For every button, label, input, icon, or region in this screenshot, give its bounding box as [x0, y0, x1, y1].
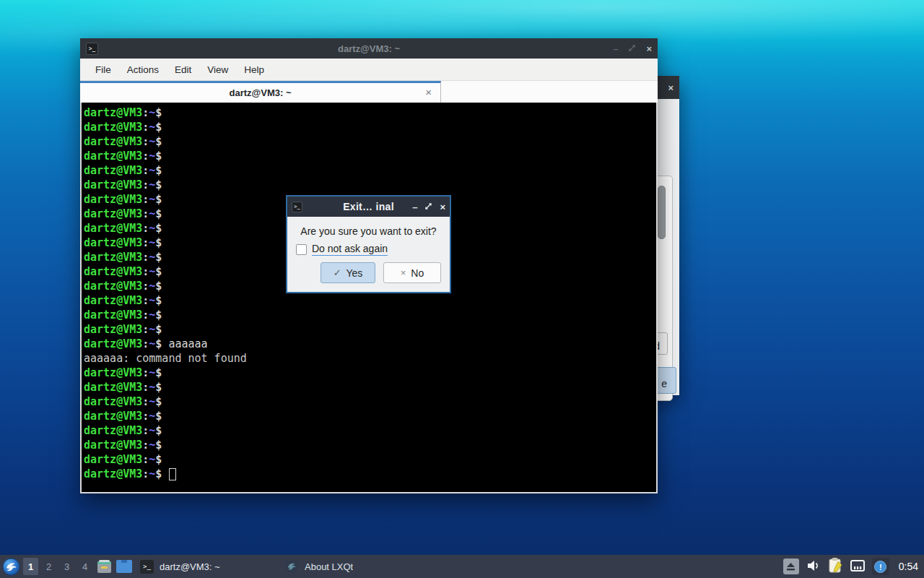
- file-manager-launcher[interactable]: [94, 555, 114, 578]
- system-tray: ! 0:54: [783, 557, 924, 576]
- terminal-prompt-line: dartz@VM3:~$: [84, 452, 656, 467]
- close-icon[interactable]: ×: [440, 202, 445, 212]
- show-desktop-launcher[interactable]: [114, 555, 134, 578]
- taskbar-task-about-lxqt[interactable]: About LXQt: [279, 555, 459, 578]
- taskbar-task-terminal[interactable]: >_ dartz@VM3: ~: [134, 555, 279, 578]
- terminal-prompt-line: dartz@VM3:~$: [84, 134, 656, 149]
- terminal-prompt-line: dartz@VM3:~$: [84, 394, 656, 409]
- terminal-prompt-line: dartz@VM3:~$: [84, 293, 656, 308]
- terminal-prompt-line: dartz@VM3:~$: [84, 105, 656, 120]
- workspace-4[interactable]: 4: [77, 558, 92, 575]
- lxqt-bird-icon: [2, 558, 20, 576]
- clipboard-tray-icon[interactable]: [828, 557, 843, 576]
- terminal-prompt-line: dartz@VM3:~$: [84, 120, 656, 134]
- terminal-prompt-line: dartz@VM3:~$ aaaaaa: [84, 337, 656, 351]
- do-not-ask-label[interactable]: Do not ask again: [312, 243, 388, 256]
- menu-file[interactable]: File: [87, 61, 119, 79]
- lxqt-menu-button[interactable]: [0, 555, 22, 578]
- task-label: About LXQt: [305, 561, 353, 572]
- terminal-prompt-line: dartz@VM3:~$: [84, 423, 656, 438]
- update-notifier-icon[interactable]: !: [872, 558, 889, 575]
- no-button[interactable]: × No: [383, 262, 441, 283]
- terminal-prompt-line: dartz@VM3:~$: [84, 163, 656, 178]
- close-icon[interactable]: ×: [646, 44, 652, 53]
- tab-close-icon[interactable]: ×: [425, 86, 432, 98]
- terminal-prompt-line: dartz@VM3:~$: [84, 366, 656, 380]
- menu-help[interactable]: Help: [236, 61, 272, 79]
- terminal-prompt-line: dartz@VM3:~$: [84, 409, 656, 423]
- terminal-app-icon: >_: [140, 560, 154, 574]
- no-button-label: No: [411, 267, 424, 279]
- menu-view[interactable]: View: [199, 61, 236, 79]
- clock[interactable]: 0:54: [899, 561, 918, 572]
- scrollbar-thumb[interactable]: [658, 186, 666, 239]
- restore-icon[interactable]: [424, 202, 432, 212]
- menu-edit[interactable]: Edit: [167, 61, 199, 79]
- terminal-window-title: dartz@VM3: ~: [80, 43, 658, 54]
- file-manager-icon: [96, 558, 113, 574]
- cross-icon: ×: [401, 267, 406, 278]
- terminal-prompt-line: dartz@VM3:~$: [84, 380, 656, 394]
- terminal-prompt-line: dartz@VM3:~$: [84, 467, 656, 481]
- menu-actions[interactable]: Actions: [119, 61, 167, 79]
- network-tray-icon[interactable]: [850, 558, 866, 575]
- exit-dialog-titlebar[interactable]: >_ Exit… inal – ×: [287, 197, 450, 217]
- workspace-2[interactable]: 2: [41, 558, 56, 575]
- do-not-ask-checkbox[interactable]: [296, 244, 307, 255]
- terminal-titlebar[interactable]: >_ dartz@VM3: ~ – ×: [80, 38, 658, 59]
- close-icon[interactable]: ×: [668, 83, 674, 92]
- check-icon: ✓: [334, 267, 341, 278]
- minimize-icon[interactable]: –: [412, 202, 417, 212]
- terminal-prompt-line: dartz@VM3:~$: [84, 149, 656, 163]
- lxqt-bird-icon: [284, 559, 299, 574]
- terminal-cursor: [169, 468, 176, 480]
- terminal-output-line: aaaaaa: command not found: [84, 351, 656, 366]
- desktop-icon: [116, 559, 133, 574]
- volume-icon[interactable]: [806, 558, 821, 575]
- task-label: dartz@VM3: ~: [160, 561, 220, 572]
- terminal-prompt-line: dartz@VM3:~$: [84, 438, 656, 452]
- maximize-icon[interactable]: [628, 44, 636, 53]
- workspace-3[interactable]: 3: [59, 558, 74, 575]
- terminal-prompt-line: dartz@VM3:~$: [84, 308, 656, 322]
- terminal-tabbar: dartz@VM3: ~ ×: [80, 81, 658, 103]
- exit-dialog: >_ Exit… inal – × Are you sure you want …: [286, 195, 451, 293]
- yes-button[interactable]: ✓ Yes: [321, 262, 375, 283]
- terminal-screen[interactable]: dartz@VM3:~$dartz@VM3:~$dartz@VM3:~$dart…: [80, 103, 658, 493]
- workspace-1[interactable]: 1: [23, 558, 38, 575]
- tab-title: dartz@VM3: ~: [230, 87, 292, 98]
- taskbar: 1 2 3 4 >_ dartz@VM3: ~ About LXQt: [0, 555, 924, 578]
- terminal-prompt-line: dartz@VM3:~$: [84, 322, 656, 337]
- terminal-app-icon: >_: [292, 202, 302, 212]
- minimize-icon[interactable]: –: [613, 44, 618, 53]
- removable-media-tray-icon[interactable]: [783, 558, 799, 574]
- exit-dialog-message: Are you sure you want to exit?: [287, 225, 450, 237]
- tab-dartz-vm3[interactable]: dartz@VM3: ~ ×: [80, 81, 441, 103]
- terminal-prompt-line: dartz@VM3:~$: [84, 178, 656, 192]
- yes-button-label: Yes: [346, 267, 363, 279]
- terminal-app-icon: >_: [86, 43, 98, 55]
- terminal-menubar: File Actions Edit View Help: [80, 59, 658, 81]
